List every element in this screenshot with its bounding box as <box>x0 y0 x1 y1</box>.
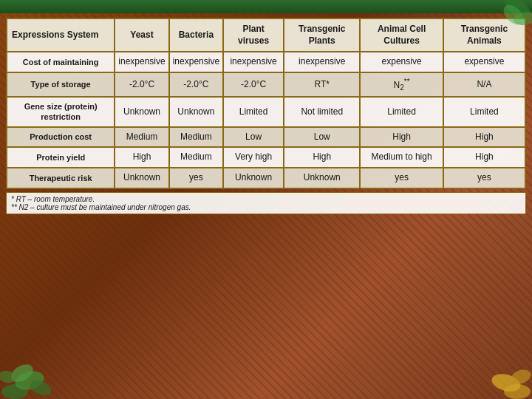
footnote-line: * RT – room temperature. <box>11 195 521 203</box>
table-container: Expressions SystemYeastBacteriaPlant vir… <box>6 18 526 189</box>
decorative-top-right <box>488 0 532 44</box>
cell-4-5: High <box>443 147 525 168</box>
table-row: Protein yieldHighMediumVery highHighMedi… <box>7 147 525 168</box>
cell-5-3: Unknown <box>284 168 360 188</box>
cell-1-0: -2.0°C <box>115 72 168 97</box>
footnote-line: ** N2 – culture must be maintained under… <box>11 203 521 211</box>
col-header-bacteria: Bacteria <box>169 18 223 52</box>
cell-4-0: High <box>115 147 168 168</box>
cell-1-2: -2.0°C <box>223 72 284 97</box>
cell-2-0: Unknown <box>115 97 168 127</box>
cell-3-2: Low <box>223 127 284 148</box>
cell-2-4: Limited <box>360 97 443 127</box>
cell-2-1: Unknown <box>169 97 223 127</box>
table-row: Cost of maintaininginexpensiveinexpensiv… <box>7 52 525 72</box>
cell-1-3: RT* <box>284 72 360 97</box>
cell-1-5: N/A <box>443 72 525 97</box>
row-label-3: Production cost <box>7 127 115 148</box>
row-label-4: Protein yield <box>7 147 115 168</box>
cell-4-1: Medium <box>169 147 223 168</box>
table-row: Production costMediumMediumLowLowHighHig… <box>7 127 525 148</box>
cell-5-5: yes <box>443 168 525 188</box>
cell-5-1: yes <box>169 168 223 188</box>
cell-1-4: N2** <box>360 72 443 97</box>
row-label-5: Therapeutic risk <box>7 168 115 188</box>
row-label-0: Cost of maintaining <box>7 52 115 72</box>
cell-3-3: Low <box>284 127 360 148</box>
decorative-plant-right <box>488 340 532 399</box>
cell-0-5: expensive <box>443 52 525 72</box>
cell-0-3: inexpensive <box>284 52 360 72</box>
row-label-1: Type of storage <box>7 72 115 97</box>
cell-3-0: Medium <box>115 127 168 148</box>
cell-2-2: Limited <box>223 97 284 127</box>
cell-2-3: Not limited <box>284 97 360 127</box>
cell-5-0: Unknown <box>115 168 168 188</box>
page-header <box>0 0 532 13</box>
table-row: Gene size (protein) restrictionUnknownUn… <box>7 97 525 127</box>
col-header-plant-viruses: Plant viruses <box>223 18 284 52</box>
cell-3-4: High <box>360 127 443 148</box>
cell-4-2: Very high <box>223 147 284 168</box>
cell-0-0: inexpensive <box>115 52 168 72</box>
cell-3-1: Medium <box>169 127 223 148</box>
cell-3-5: High <box>443 127 525 148</box>
col-header-transgenic-plants: Transgenic Plants <box>284 18 360 52</box>
col-header-animal-cell-cultures: Animal Cell Cultures <box>360 18 443 52</box>
decorative-plant-left <box>0 340 59 399</box>
footnote-section: * RT – room temperature.** N2 – culture … <box>6 192 526 214</box>
cell-4-3: High <box>284 147 360 168</box>
cell-4-4: Medium to high <box>360 147 443 168</box>
cell-5-2: Unknown <box>223 168 284 188</box>
row-label-2: Gene size (protein) restriction <box>7 97 115 127</box>
col-header-label: Expressions System <box>7 18 115 52</box>
table-body: Cost of maintaininginexpensiveinexpensiv… <box>7 52 525 188</box>
cell-1-1: -2.0°C <box>169 72 223 97</box>
table-header-row: Expressions SystemYeastBacteriaPlant vir… <box>7 18 525 52</box>
cell-5-4: yes <box>360 168 443 188</box>
cell-2-5: Limited <box>443 97 525 127</box>
table-row: Therapeutic riskUnknownyesUnknownUnknown… <box>7 168 525 188</box>
table-row: Type of storage-2.0°C-2.0°C-2.0°CRT*N2**… <box>7 72 525 97</box>
col-header-yeast: Yeast <box>115 18 168 52</box>
cell-0-2: inexpensive <box>223 52 284 72</box>
cell-0-4: expensive <box>360 52 443 72</box>
comparison-table: Expressions SystemYeastBacteriaPlant vir… <box>6 18 526 189</box>
cell-0-1: inexpensive <box>169 52 223 72</box>
